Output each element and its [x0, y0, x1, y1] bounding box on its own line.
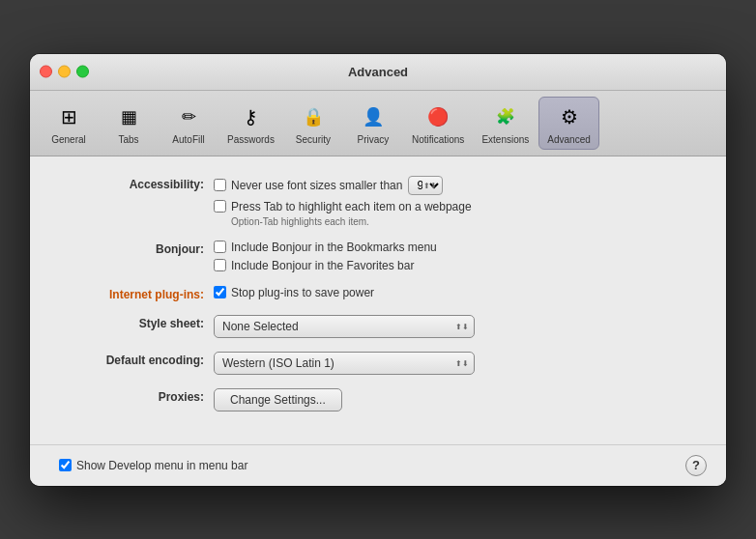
never-font-size-checkbox[interactable] — [214, 179, 226, 191]
press-tab-row: Press Tab to highlight each item on a we… — [214, 200, 472, 213]
press-tab-label: Press Tab to highlight each item on a we… — [231, 200, 472, 213]
toolbar-label-notifications: Notifications — [412, 134, 464, 145]
font-size-row: Never use font sizes smaller than 9 — [214, 176, 472, 195]
develop-menu-row: Show Develop menu in menu bar — [59, 459, 247, 472]
bonjour-row: Bonjour: Include Bonjour in the Bookmark… — [59, 241, 697, 272]
accessibility-label: Accessibility: — [59, 176, 214, 191]
toolbar-item-notifications[interactable]: Notifications — [404, 98, 472, 149]
toolbar-label-autofill: AutoFill — [172, 134, 204, 145]
proxies-label: Proxies: — [59, 388, 214, 404]
default-encoding-label: Default encoding: — [59, 352, 214, 367]
toolbar-label-advanced: Advanced — [547, 134, 590, 145]
develop-menu-checkbox[interactable] — [59, 459, 72, 471]
internet-plugins-controls: Stop plug-ins to save power — [214, 286, 374, 299]
general-icon — [53, 101, 84, 132]
develop-menu-label: Show Develop menu in menu bar — [76, 459, 247, 472]
style-sheet-label: Style sheet: — [59, 315, 214, 330]
proxies-controls: Change Settings... — [214, 388, 342, 411]
tabs-icon — [113, 101, 144, 132]
toolbar-label-passwords: Passwords — [227, 134, 275, 145]
bonjour-controls: Include Bonjour in the Bookmarks menu In… — [214, 241, 437, 272]
autofill-icon — [173, 101, 204, 132]
toolbar: General Tabs AutoFill Passwords Security… — [30, 91, 726, 156]
proxies-row: Proxies: Change Settings... — [59, 388, 697, 411]
accessibility-row: Accessibility: Never use font sizes smal… — [59, 176, 697, 227]
main-window: Advanced General Tabs AutoFill Passwords… — [30, 54, 726, 486]
style-sheet-select-wrapper: None Selected — [214, 315, 475, 338]
content-area: Accessibility: Never use font sizes smal… — [30, 156, 726, 444]
bonjour-favorites-row: Include Bonjour in the Favorites bar — [214, 259, 437, 272]
help-button[interactable]: ? — [685, 455, 707, 476]
toolbar-item-tabs[interactable]: Tabs — [100, 98, 158, 149]
press-tab-checkbox[interactable] — [214, 200, 226, 213]
stop-plugins-checkbox[interactable] — [214, 286, 226, 298]
titlebar: Advanced — [30, 54, 726, 91]
default-encoding-select-wrapper: Western (ISO Latin 1) UTF-8 Unicode (UTF… — [214, 352, 475, 375]
default-encoding-select[interactable]: Western (ISO Latin 1) UTF-8 Unicode (UTF… — [214, 352, 475, 375]
default-encoding-row: Default encoding: Western (ISO Latin 1) … — [59, 352, 697, 375]
advanced-icon — [554, 101, 585, 132]
extensions-icon — [490, 101, 521, 132]
stop-plugins-row: Stop plug-ins to save power — [214, 286, 374, 299]
accessibility-controls: Never use font sizes smaller than 9 Pres… — [214, 176, 472, 227]
toolbar-item-passwords[interactable]: Passwords — [219, 98, 282, 149]
window-title: Advanced — [348, 65, 408, 79]
never-font-size-row: Never use font sizes smaller than — [214, 179, 402, 192]
change-settings-button[interactable]: Change Settings... — [214, 388, 342, 411]
maximize-button[interactable] — [76, 66, 89, 78]
toolbar-item-security[interactable]: Security — [284, 98, 342, 149]
bonjour-favorites-label: Include Bonjour in the Favorites bar — [231, 259, 414, 272]
default-encoding-controls: Western (ISO Latin 1) UTF-8 Unicode (UTF… — [214, 352, 475, 375]
toolbar-label-extensions: Extensions — [481, 134, 529, 145]
accessibility-hint: Option-Tab highlights each item. — [231, 216, 472, 227]
font-size-select-wrapper: 9 — [408, 176, 443, 195]
toolbar-item-privacy[interactable]: Privacy — [344, 98, 402, 149]
bonjour-bookmarks-row: Include Bonjour in the Bookmarks menu — [214, 241, 437, 254]
style-sheet-row: Style sheet: None Selected — [59, 315, 697, 338]
notifications-icon — [422, 101, 453, 132]
bonjour-bookmarks-checkbox[interactable] — [214, 241, 226, 253]
toolbar-item-general[interactable]: General — [40, 98, 98, 149]
stop-plugins-label: Stop plug-ins to save power — [231, 286, 374, 299]
toolbar-item-extensions[interactable]: Extensions — [474, 98, 537, 149]
never-font-size-label: Never use font sizes smaller than — [231, 179, 402, 192]
toolbar-item-autofill[interactable]: AutoFill — [160, 98, 218, 149]
toolbar-label-security: Security — [296, 134, 331, 145]
style-sheet-select[interactable]: None Selected — [214, 315, 475, 338]
toolbar-label-general: General — [51, 134, 86, 145]
close-button[interactable] — [40, 66, 52, 78]
security-icon — [298, 101, 329, 132]
toolbar-item-advanced[interactable]: Advanced — [538, 97, 598, 150]
toolbar-label-tabs: Tabs — [118, 134, 138, 145]
style-sheet-controls: None Selected — [214, 315, 475, 338]
font-size-select[interactable]: 9 — [408, 176, 443, 195]
traffic-lights — [40, 66, 89, 78]
bonjour-favorites-checkbox[interactable] — [214, 259, 226, 271]
bonjour-label: Bonjour: — [59, 241, 214, 256]
internet-plugins-row: Internet plug-ins: Stop plug-ins to save… — [59, 286, 697, 301]
bonjour-bookmarks-label: Include Bonjour in the Bookmarks menu — [231, 241, 437, 254]
privacy-icon — [358, 101, 389, 132]
bottom-bar: Show Develop menu in menu bar ? — [30, 444, 726, 486]
internet-plugins-label: Internet plug-ins: — [59, 286, 214, 301]
toolbar-label-privacy: Privacy — [358, 134, 390, 145]
minimize-button[interactable] — [58, 66, 71, 78]
passwords-icon — [235, 101, 266, 132]
